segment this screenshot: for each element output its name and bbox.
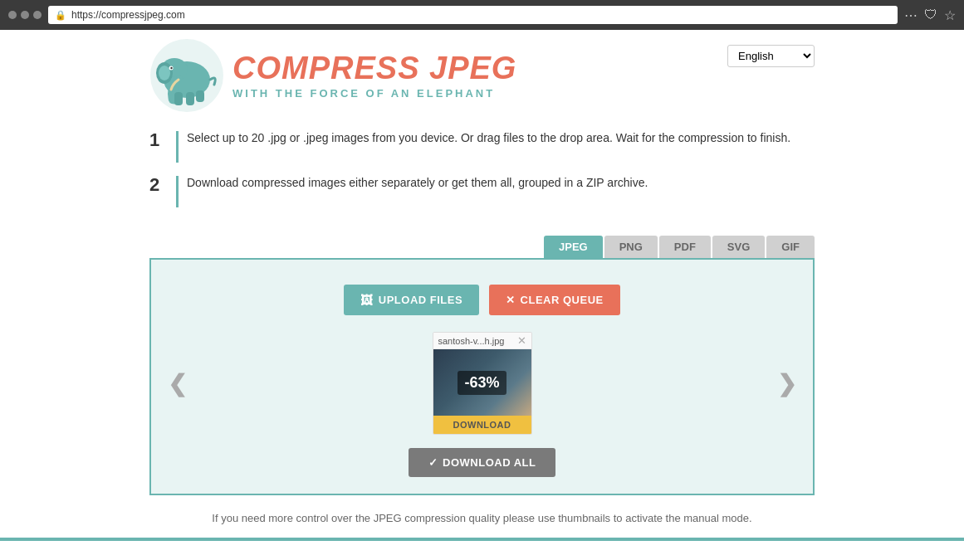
url-text: https://compressjpeg.com [71,9,185,21]
step-2-divider [176,176,179,207]
action-buttons: 🖼 UPLOAD FILES ✕ CLEAR QUEUE [344,285,619,315]
tab-gif[interactable]: GIF [766,236,815,258]
download-all-label: DOWNLOAD ALL [443,456,536,469]
logo-text-area: COMPRESS JPEG WITH THE FORCE OF AN ELEPH… [232,52,516,100]
tab-pdf[interactable]: PDF [659,236,711,258]
browser-star-button[interactable]: ☆ [944,7,956,23]
language-select[interactable]: English Spanish French German Portuguese [727,45,815,67]
steps-area: 1 Select up to 20 .jpg or .jpeg images f… [0,121,964,236]
carousel-left-arrow[interactable]: ❮ [168,370,187,397]
drop-area: 🖼 UPLOAD FILES ✕ CLEAR QUEUE ❮ santosh-v… [149,258,815,495]
step-2-number: 2 [149,174,168,196]
step-1-number: 1 [149,129,168,151]
upload-label: UPLOAD FILES [379,294,462,306]
clear-label: CLEAR QUEUE [521,294,604,306]
file-card-header: santosh-v...h.jpg ✕ [433,333,531,349]
file-card-thumbnail[interactable]: -63% [433,349,531,416]
browser-chrome: 🔒 https://compressjpeg.com ⋯ 🛡 ☆ [0,0,964,30]
file-card-download-button[interactable]: DOWNLOAD [433,416,531,434]
browser-menu-button[interactable]: ⋯ [904,7,918,23]
elephant-logo [149,38,224,113]
file-card-filename: santosh-v...h.jpg [438,336,505,346]
clear-icon: ✕ [506,294,516,306]
download-all-icon: ✓ [428,456,438,469]
step-2: 2 Download compressed images either sepa… [149,174,815,209]
logo-title: COMPRESS JPEG [232,52,516,84]
svg-rect-9 [196,90,204,102]
compress-area-wrapper: JPEG PNG PDF SVG GIF 🖼 UPLOAD FILES ✕ CL… [0,236,964,534]
address-bar[interactable]: 🔒 https://compressjpeg.com [48,6,898,24]
download-all-area: ✓ DOWNLOAD ALL [409,448,556,477]
carousel-right-arrow[interactable]: ❯ [777,370,796,397]
tab-svg[interactable]: SVG [712,236,765,258]
page-content: COMPRESS JPEG WITH THE FORCE OF AN ELEPH… [0,30,964,560]
svg-point-6 [170,67,172,69]
header: COMPRESS JPEG WITH THE FORCE OF AN ELEPH… [0,30,964,121]
upload-icon: 🖼 [360,293,374,307]
compression-badge: -63% [458,371,506,395]
logo-area: COMPRESS JPEG WITH THE FORCE OF AN ELEPH… [149,38,516,113]
logo-subtitle: WITH THE FORCE OF AN ELEPHANT [232,87,516,100]
step-2-text: Download compressed images either separa… [187,174,648,192]
browser-actions: ⋯ 🛡 ☆ [904,7,956,23]
clear-queue-button[interactable]: ✕ CLEAR QUEUE [489,285,620,315]
svg-rect-7 [174,92,183,105]
browser-dots [8,11,42,19]
upload-files-button[interactable]: 🖼 UPLOAD FILES [344,285,479,315]
browser-dot-2 [21,11,29,19]
file-card: santosh-v...h.jpg ✕ -63% DOWNLOAD [433,332,532,435]
browser-dot-1 [8,11,17,19]
tab-jpeg[interactable]: JPEG [544,236,603,258]
step-1-divider [176,131,179,163]
format-tabs: JPEG PNG PDF SVG GIF [149,236,815,258]
tab-png[interactable]: PNG [604,236,658,258]
file-card-close-button[interactable]: ✕ [517,335,526,346]
browser-shield-button[interactable]: 🛡 [924,7,937,22]
svg-point-4 [159,66,170,80]
browser-dot-3 [33,11,42,19]
download-all-button[interactable]: ✓ DOWNLOAD ALL [409,448,556,477]
bottom-bar [0,538,964,541]
step-1: 1 Select up to 20 .jpg or .jpeg images f… [149,129,815,164]
svg-rect-8 [186,92,194,105]
carousel-area: ❮ santosh-v...h.jpg ✕ -63% DOWNLOAD ❯ [168,332,796,435]
info-text: If you need more control over the JPEG c… [149,502,815,534]
lock-icon: 🔒 [55,10,66,21]
step-1-text: Select up to 20 .jpg or .jpeg images fro… [187,129,790,147]
